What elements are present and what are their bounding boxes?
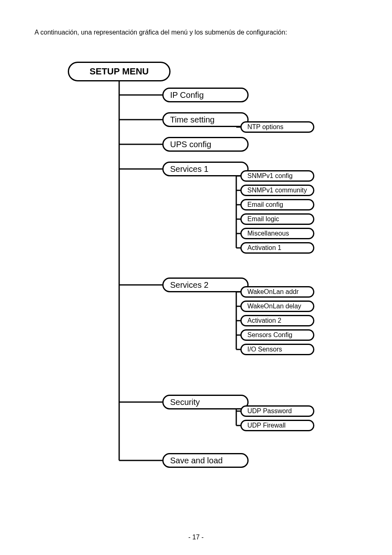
page: A continuación, una representación gráfi… bbox=[0, 0, 392, 555]
node-label: Save and load bbox=[170, 456, 223, 465]
node-ip-config: IP Config bbox=[162, 88, 249, 102]
node-io-sensors: I/O Sensors bbox=[240, 344, 314, 355]
node-label: SNMPv1 community bbox=[247, 187, 307, 194]
node-label: SNMPv1 config bbox=[247, 172, 293, 180]
node-activation-2: Activation 2 bbox=[240, 315, 314, 326]
node-label: Services 2 bbox=[170, 280, 208, 290]
node-label: SETUP MENU bbox=[90, 66, 149, 77]
node-label: Email config bbox=[247, 201, 283, 208]
node-label: I/O Sensors bbox=[247, 346, 282, 353]
node-udp-firewall: UDP Firewall bbox=[240, 420, 314, 431]
node-email-config: Email config bbox=[240, 199, 314, 210]
node-wakeonlan-delay: WakeOnLan delay bbox=[240, 301, 314, 312]
node-label: Activation 1 bbox=[247, 244, 281, 252]
node-label: WakeOnLan delay bbox=[247, 303, 301, 310]
node-ups-config: UPS config bbox=[162, 137, 249, 152]
node-label: UPS config bbox=[170, 140, 211, 149]
node-label: NTP options bbox=[247, 123, 284, 131]
node-sensors-config: Sensors Config bbox=[240, 329, 314, 341]
node-activation-1: Activation 1 bbox=[240, 242, 314, 254]
node-label: IP Config bbox=[170, 90, 204, 100]
node-snmpv1-community: SNMPv1 community bbox=[240, 185, 314, 196]
node-services-2: Services 2 bbox=[162, 278, 249, 292]
node-label: Time setting bbox=[170, 115, 214, 125]
page-number: - 17 - bbox=[0, 534, 392, 541]
node-snmpv1-config: SNMPv1 config bbox=[240, 170, 314, 182]
node-email-logic: Email logic bbox=[240, 213, 314, 225]
node-label: Miscellaneous bbox=[247, 230, 289, 237]
node-security: Security bbox=[162, 395, 249, 409]
intro-text: A continuación, una representación gráfi… bbox=[35, 29, 287, 36]
node-time-setting: Time setting bbox=[162, 112, 249, 127]
node-label: UDP Password bbox=[247, 407, 292, 415]
node-miscellaneous: Miscellaneous bbox=[240, 228, 314, 239]
node-label: Security bbox=[170, 398, 200, 407]
node-label: Sensors Config bbox=[247, 331, 292, 339]
node-label: Email logic bbox=[247, 215, 279, 223]
node-label: Services 1 bbox=[170, 164, 208, 174]
node-save-and-load: Save and load bbox=[162, 453, 249, 468]
node-label: UDP Firewall bbox=[247, 422, 286, 429]
node-wakeonlan-addr: WakeOnLan addr bbox=[240, 286, 314, 298]
node-ntp-options: NTP options bbox=[240, 121, 314, 133]
node-label: WakeOnLan addr bbox=[247, 288, 299, 296]
node-label: Activation 2 bbox=[247, 317, 281, 324]
node-udp-password: UDP Password bbox=[240, 405, 314, 417]
node-setup-menu: SETUP MENU bbox=[68, 62, 171, 81]
node-services-1: Services 1 bbox=[162, 162, 249, 176]
